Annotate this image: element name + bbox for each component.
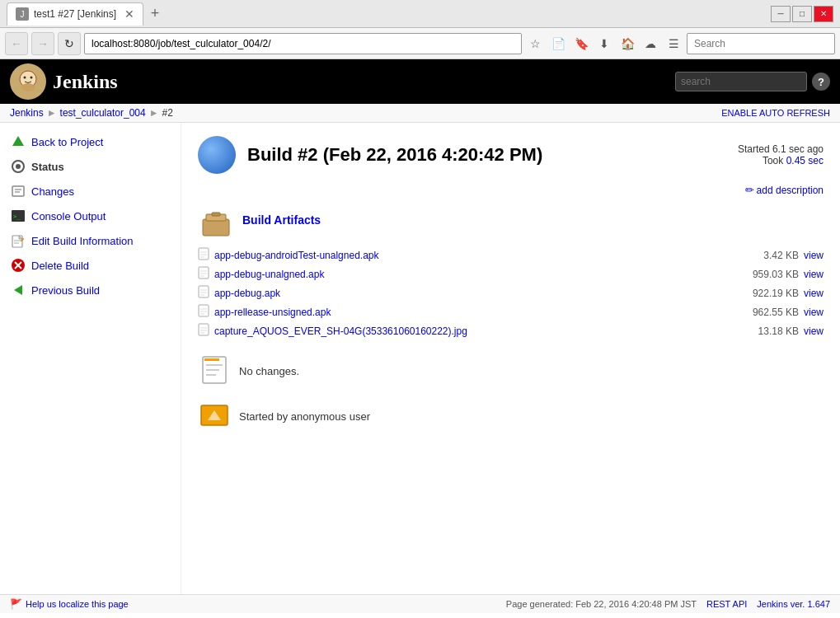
pocket-icon[interactable]: 🔖	[571, 34, 591, 54]
reading-list-icon[interactable]: 📄	[548, 34, 568, 54]
artifacts-header: Build Artifacts	[198, 204, 824, 241]
delete-build-icon	[10, 257, 26, 274]
artifact-file-icon	[198, 285, 209, 301]
artifact-view-link[interactable]: view	[804, 250, 824, 261]
main-content: Build #2 (Feb 22, 2016 4:20:42 PM) Start…	[181, 123, 840, 594]
home-icon[interactable]: 🏠	[617, 34, 637, 54]
download-icon[interactable]: ⬇	[594, 34, 614, 54]
close-button[interactable]: ✕	[814, 6, 833, 22]
breadcrumb-bar: Jenkins ► test_culculator_004 ► #2 ENABL…	[0, 104, 840, 123]
artifact-name-link[interactable]: capture_AQUOS_EVER_SH-04G(35336106016022…	[214, 325, 467, 337]
sidebar-item-changes[interactable]: Changes	[0, 179, 181, 204]
artifact-row: app-debug-unalgned.apk 959.03 KB view	[198, 265, 824, 283]
add-description-area: ✏ add description	[198, 184, 824, 196]
svg-rect-46	[204, 358, 219, 361]
localize-link[interactable]: Help us localize this page	[26, 599, 129, 609]
artifact-view-link[interactable]: view	[804, 307, 824, 318]
artifact-size: 959.03 KB	[753, 269, 799, 280]
jenkins-version-link[interactable]: Jenkins ver. 1.647	[757, 599, 830, 609]
build-status-ball	[198, 136, 236, 174]
jenkins-search-input[interactable]	[675, 72, 807, 91]
artifact-row: app-debug-androidTest-unalgned.apk 3.42 …	[198, 246, 824, 265]
breadcrumb-current: #2	[162, 107, 173, 119]
console-output-icon: >_	[10, 208, 26, 224]
artifact-size: 922.19 KB	[753, 288, 799, 299]
tab-favicon: J	[16, 7, 29, 21]
artifact-row: capture_AQUOS_EVER_SH-04G(35336106016022…	[198, 321, 824, 340]
browser-search-input[interactable]	[687, 33, 835, 54]
svg-marker-18	[14, 285, 22, 295]
main-layout: Back to Project Status Changes >_ Consol…	[0, 123, 840, 594]
svg-rect-21	[212, 213, 220, 216]
url-bar[interactable]	[84, 33, 522, 54]
sidebar-item-status[interactable]: Status	[0, 154, 181, 179]
no-changes-section: No changes.	[198, 353, 824, 389]
new-tab-button[interactable]: +	[143, 2, 167, 26]
artifact-file-icon	[198, 266, 209, 282]
page-generated-label: Page generated: Feb 22, 2016 4:20:48 PM …	[506, 599, 697, 609]
svg-point-2	[24, 77, 26, 79]
artifact-name-link[interactable]: app-debug-androidTest-unalgned.apk	[214, 250, 378, 261]
jenkins-title: Jenkins	[53, 71, 118, 93]
bookmark-star-icon[interactable]: ☆	[525, 34, 545, 54]
svg-rect-26	[199, 267, 209, 279]
sidebar-label-back-to-project: Back to Project	[31, 136, 103, 148]
breadcrumb-jenkins[interactable]: Jenkins	[10, 107, 44, 119]
artifact-row: app-debug.apk 922.19 KB view	[198, 283, 824, 302]
artifact-name-link[interactable]: app-rellease-unsigned.apk	[214, 307, 331, 318]
minimize-button[interactable]: ─	[771, 6, 791, 22]
svg-rect-19	[203, 219, 229, 236]
sidebar-item-console-output[interactable]: >_ Console Output	[0, 204, 181, 228]
artifacts-title[interactable]: Build Artifacts	[242, 213, 321, 227]
menu-icon[interactable]: ☰	[664, 34, 683, 54]
tab-close-button[interactable]: ✕	[124, 7, 134, 21]
no-changes-icon	[198, 353, 231, 389]
edit-build-info-icon	[10, 232, 26, 249]
svg-rect-30	[199, 286, 209, 297]
artifacts-list: app-debug-androidTest-unalgned.apk 3.42 …	[198, 246, 824, 340]
tab-title: test1 #27 [Jenkins]	[34, 8, 116, 20]
browser-tab[interactable]: J test1 #27 [Jenkins] ✕	[7, 2, 143, 26]
artifact-view-link[interactable]: view	[804, 288, 824, 299]
artifact-view-link[interactable]: view	[804, 269, 824, 280]
sidebar-label-changes: Changes	[31, 185, 74, 198]
forward-button[interactable]: →	[31, 32, 54, 55]
browser-title-bar: J test1 #27 [Jenkins] ✕ + ─ □ ✕	[0, 0, 840, 28]
svg-point-1	[21, 83, 35, 91]
add-description-link[interactable]: add description	[757, 185, 824, 196]
artifacts-box-icon	[198, 204, 234, 241]
sidebar-item-delete-build[interactable]: Delete Build	[0, 253, 181, 278]
rest-api-link[interactable]: REST API	[706, 599, 747, 609]
artifact-row: app-rellease-unsigned.apk 962.55 KB view	[198, 302, 824, 321]
breadcrumb-sep-2: ►	[149, 107, 159, 119]
changes-icon	[10, 183, 26, 199]
sidebar-label-edit-build-info: Edit Build Information	[31, 235, 134, 247]
artifact-name-link[interactable]: app-debug.apk	[214, 288, 280, 299]
nav-bar: ← → ↻ ☆ 📄 🔖 ⬇ 🏠 ☁ ☰	[0, 28, 840, 59]
sidebar-item-edit-build-info[interactable]: Edit Build Information	[0, 228, 181, 253]
sidebar-label-status: Status	[31, 161, 64, 173]
sidebar-item-previous-build[interactable]: Previous Build	[0, 278, 181, 302]
build-duration-link[interactable]: 0.45 sec	[786, 155, 824, 166]
sidebar-label-delete-build: Delete Build	[31, 260, 89, 272]
maximize-button[interactable]: □	[792, 6, 812, 22]
artifact-name-link[interactable]: app-debug-unalgned.apk	[214, 269, 324, 280]
artifact-file-icon	[198, 247, 209, 263]
svg-rect-34	[199, 305, 209, 316]
footer-right: Page generated: Feb 22, 2016 4:20:48 PM …	[506, 599, 830, 609]
auto-refresh-link[interactable]: ENABLE AUTO REFRESH	[721, 108, 830, 118]
artifact-view-link[interactable]: view	[804, 325, 824, 337]
jenkins-help-button[interactable]: ?	[812, 73, 830, 91]
back-button[interactable]: ←	[5, 32, 28, 55]
nav-icons: ☆ 📄 🔖 ⬇ 🏠 ☁ ☰	[525, 34, 683, 54]
sync-icon[interactable]: ☁	[641, 34, 660, 54]
started-by-section: Started by anonymous user	[198, 399, 824, 434]
window-controls: ─ □ ✕	[771, 6, 833, 22]
build-title: Build #2 (Feb 22, 2016 4:20:42 PM)	[247, 144, 542, 166]
jenkins-header: Jenkins ?	[0, 59, 840, 104]
svg-text:>_: >_	[13, 213, 21, 220]
pencil-icon: ✏	[745, 184, 754, 196]
sidebar-item-back-to-project[interactable]: Back to Project	[0, 129, 181, 154]
breadcrumb-project[interactable]: test_culculator_004	[60, 107, 146, 119]
reload-button[interactable]: ↻	[58, 32, 81, 55]
